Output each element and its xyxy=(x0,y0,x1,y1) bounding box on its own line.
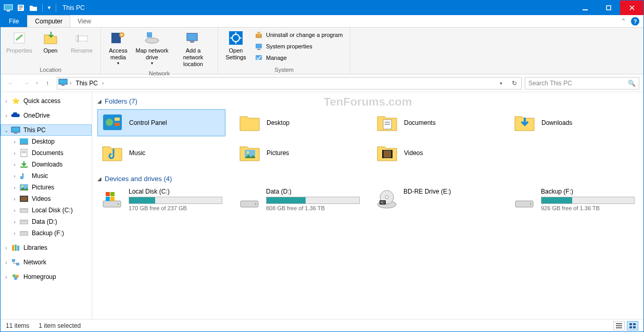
tree-network[interactable]: ›Network xyxy=(1,257,92,268)
drive-usage-bar xyxy=(266,197,360,204)
drive-tile[interactable]: Backup (F:)926 GB free of 1.36 TB xyxy=(510,187,638,212)
bd-icon: BD xyxy=(375,188,398,211)
folder-tile[interactable]: Documents xyxy=(372,109,500,136)
refresh-button[interactable]: ↻ xyxy=(509,80,520,87)
folder-label: Music xyxy=(129,149,145,157)
close-button[interactable] xyxy=(620,1,643,15)
folder-tile[interactable]: Desktop xyxy=(235,109,363,136)
address-dropdown[interactable]: ▾ xyxy=(495,81,507,86)
collapse-icon[interactable]: ⌄ xyxy=(3,127,10,133)
window-title: This PC xyxy=(62,4,85,11)
back-button[interactable]: ← xyxy=(5,77,17,90)
forward-button[interactable]: → xyxy=(20,77,33,90)
tree-desktop[interactable]: ›Desktop xyxy=(1,136,92,147)
folder-tile[interactable]: Control Panel xyxy=(97,109,225,136)
folder-icon xyxy=(238,111,261,134)
media-icon xyxy=(110,30,127,46)
address-bar[interactable]: › This PC › ▾ ↻ xyxy=(57,77,522,90)
minimize-button[interactable] xyxy=(573,1,597,15)
drives-section-header[interactable]: ◢ Devices and drives (4) xyxy=(97,173,638,187)
svg-rect-84 xyxy=(629,323,632,325)
expand-icon[interactable]: › xyxy=(3,245,10,251)
expand-icon[interactable]: › xyxy=(11,196,18,202)
details-view-button[interactable] xyxy=(613,321,625,330)
expand-icon[interactable]: › xyxy=(3,274,10,280)
expand-icon[interactable]: › xyxy=(11,231,18,236)
manage-button[interactable]: Manage xyxy=(252,53,345,63)
expand-icon[interactable]: › xyxy=(11,219,18,225)
svg-rect-59 xyxy=(385,124,390,125)
drive-tile[interactable]: Local Disk (C:)170 GB free of 237 GB xyxy=(97,187,225,212)
expand-icon[interactable]: › xyxy=(3,98,10,104)
address-crumb[interactable]: This PC xyxy=(73,80,100,87)
folders-section-header[interactable]: ◢ Folders (7) xyxy=(97,95,638,109)
expand-icon[interactable]: › xyxy=(3,260,10,265)
tree-local-c[interactable]: ›Local Disk (C:) xyxy=(1,205,92,216)
tree-music[interactable]: ›Music xyxy=(1,170,92,182)
downloads-icon xyxy=(513,111,536,134)
collapse-ribbon-icon[interactable]: ⌃ xyxy=(621,18,626,24)
qat-new-folder-icon[interactable] xyxy=(28,2,39,14)
open-button[interactable]: Open xyxy=(35,29,66,55)
content-area[interactable]: TenForums.com ◢ Folders (7) Control Pane… xyxy=(92,92,643,319)
tree-documents[interactable]: ›Documents xyxy=(1,147,92,159)
maximize-button[interactable] xyxy=(597,1,620,15)
search-input[interactable]: Search This PC 🔍 xyxy=(525,77,639,90)
tree-libraries[interactable]: ›Libraries xyxy=(1,242,92,253)
expand-icon[interactable]: › xyxy=(11,139,18,145)
access-media-button[interactable]: Access media ▾ xyxy=(104,29,132,67)
file-tab[interactable]: File xyxy=(1,15,27,27)
tree-videos[interactable]: ›Videos xyxy=(1,193,92,205)
system-properties-button[interactable]: System properties xyxy=(252,41,345,52)
tree-this-pc[interactable]: ⌄ This PC xyxy=(1,124,92,136)
navigation-pane[interactable]: › ⭐ Quick access › OneDrive ⌄ This PC ›D… xyxy=(1,92,92,319)
qat-separator xyxy=(56,4,56,12)
map-drive-button[interactable]: Map network drive ▾ xyxy=(132,29,172,67)
rename-icon xyxy=(73,30,90,46)
svg-rect-43 xyxy=(20,220,28,224)
tree-quick-access[interactable]: › ⭐ Quick access xyxy=(1,95,92,107)
drive-tile[interactable]: Data (D:)808 GB free of 1.36 TB xyxy=(235,187,363,212)
expand-icon[interactable]: › xyxy=(11,162,18,168)
tree-data-d[interactable]: ›Data (D:) xyxy=(1,216,92,227)
tree-downloads[interactable]: ›Downloads xyxy=(1,159,92,170)
expand-icon[interactable]: › xyxy=(11,150,18,156)
svg-rect-31 xyxy=(14,133,17,134)
qat-properties-icon[interactable] xyxy=(15,2,27,14)
uninstall-icon xyxy=(255,31,263,39)
tree-onedrive[interactable]: › OneDrive xyxy=(1,110,92,121)
drive-icon xyxy=(513,188,536,211)
expand-icon[interactable]: › xyxy=(3,113,10,119)
tree-backup-f[interactable]: ›Backup (F:) xyxy=(1,227,92,239)
folder-label: Videos xyxy=(404,149,423,157)
folder-tile[interactable]: Music xyxy=(97,139,225,167)
history-dropdown[interactable]: ▾ xyxy=(36,81,38,85)
folder-tile[interactable]: Downloads xyxy=(510,109,638,136)
uninstall-program-button[interactable]: Uninstall or change a program xyxy=(252,30,345,40)
up-button[interactable]: ↑ xyxy=(41,77,54,90)
folder-tile[interactable]: Videos xyxy=(372,139,500,167)
crumb-separator[interactable]: › xyxy=(70,80,71,86)
folder-tile[interactable]: Pictures xyxy=(235,139,363,167)
tiles-view-button[interactable] xyxy=(627,321,638,330)
help-button[interactable]: ? xyxy=(631,17,639,25)
svg-rect-4 xyxy=(19,7,23,8)
folder-label: Documents xyxy=(404,119,436,126)
tab-view[interactable]: View xyxy=(70,15,98,27)
crumb-separator[interactable]: › xyxy=(102,80,104,86)
svg-rect-1 xyxy=(7,10,10,11)
collapse-icon: ◢ xyxy=(97,176,102,182)
qat-customize-dropdown[interactable]: ▼ xyxy=(47,5,52,10)
expand-icon[interactable]: › xyxy=(11,185,18,190)
svg-rect-15 xyxy=(187,33,197,41)
expand-icon[interactable]: › xyxy=(11,208,18,213)
control-panel-icon xyxy=(101,111,124,134)
tree-homegroup[interactable]: ›Homegroup xyxy=(1,271,92,283)
add-network-location-button[interactable]: Add a network location xyxy=(172,29,214,69)
drive-tile[interactable]: BDBD-RE Drive (E:) xyxy=(372,187,500,212)
open-settings-button[interactable]: Open Settings xyxy=(221,29,250,62)
expand-icon[interactable]: › xyxy=(11,173,18,179)
tree-pictures[interactable]: ›Pictures xyxy=(1,182,92,193)
qat-this-pc-icon[interactable] xyxy=(3,2,14,14)
tab-computer[interactable]: Computer xyxy=(27,15,70,27)
